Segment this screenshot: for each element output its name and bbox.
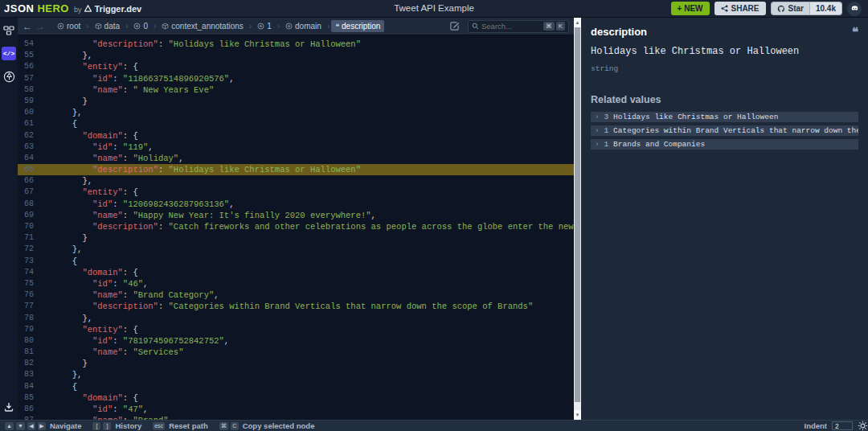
theme-toggle-icon[interactable]	[858, 421, 868, 431]
breadcrumb-item-data[interactable]: data	[91, 20, 124, 32]
related-value-row[interactable]: ›1Categories within Brand Verticals that…	[591, 125, 858, 136]
code-line[interactable]: 60},	[18, 107, 574, 118]
search-input[interactable]	[481, 22, 541, 31]
keyboard-key-badge: C	[231, 422, 239, 430]
github-star-widget[interactable]: Star 10.4k	[771, 2, 842, 15]
code-line[interactable]: 63"id": "119",	[18, 142, 574, 153]
code-content: "id": "1206982436287963136",	[42, 199, 574, 210]
code-line-selected[interactable]: 65"description": "Holidays like Christma…	[18, 164, 574, 175]
status-bar: ▲▼◀▶Navigate[]HistoryescReset path⌘CCopy…	[0, 420, 868, 431]
code-line[interactable]: 58"name": " New Years Eve"	[18, 84, 574, 96]
column-view-icon[interactable]	[2, 24, 15, 37]
code-line[interactable]: 75"id": "46",	[18, 278, 574, 289]
breadcrumb-item-domain[interactable]: domain	[281, 20, 326, 32]
breadcrumb-item-1[interactable]: 1	[253, 20, 276, 32]
code-line[interactable]: 67"entity": {	[18, 187, 574, 198]
related-count: 3	[604, 113, 608, 121]
breadcrumb-item-root[interactable]: root	[53, 20, 84, 32]
related-value-row[interactable]: ›1Brands and Companies	[591, 139, 858, 150]
new-button[interactable]: + NEW	[671, 2, 710, 15]
breadcrumb-item-description[interactable]: ❝description	[331, 20, 384, 32]
line-number: 66	[18, 175, 42, 187]
code-content: "description": "Categories within Brand …	[42, 301, 574, 312]
code-line[interactable]: 61{	[18, 118, 574, 129]
code-content: "entity": {	[42, 61, 574, 72]
line-number: 85	[18, 392, 42, 404]
code-line[interactable]: 76"name": "Brand Category",	[18, 289, 574, 301]
code-line[interactable]: 70"description": "Catch fireworks and ot…	[18, 221, 574, 232]
breadcrumb-item-context_annotations[interactable]: context_annotations	[158, 20, 248, 32]
code-line[interactable]: 56"entity": {	[18, 61, 574, 72]
code-content: "name": "Holiday",	[42, 153, 574, 164]
scrollbar-thumb[interactable]	[575, 27, 580, 402]
related-value-row[interactable]: ›3Holidays like Christmas or Halloween	[591, 112, 858, 122]
statusbar-label: Reset path	[169, 421, 208, 430]
code-content: "domain": {	[42, 392, 574, 404]
scroll-up-icon[interactable]: ▲	[574, 18, 581, 27]
code-line[interactable]: 54"description": "Holidays like Christma…	[18, 39, 574, 50]
code-line[interactable]: 64"name": "Holiday",	[18, 153, 574, 164]
github-star-count[interactable]: 10.4k	[809, 2, 841, 14]
statusbar-group-history: []History	[92, 421, 141, 430]
quote-icon: ❝	[335, 23, 339, 31]
breadcrumb-bar: ← → root›data›0›context_annotations›1›do…	[18, 18, 574, 35]
code-line[interactable]: 69"name": "Happy New Year: It's finally …	[18, 210, 574, 221]
inspector-panel: description ❝ Holidays like Christmas or…	[581, 18, 868, 420]
search-icon	[472, 23, 479, 30]
code-line[interactable]: 57"id": "1186637514896920576",	[18, 73, 574, 84]
code-line[interactable]: 72},	[18, 244, 574, 255]
scrollbar-track[interactable]	[574, 27, 581, 410]
code-line[interactable]: 62"domain": {	[18, 130, 574, 142]
code-content: "name": "Happy New Year: It's finally 20…	[42, 210, 574, 221]
code-line[interactable]: 59}	[18, 96, 574, 107]
line-number: 71	[18, 232, 42, 244]
breadcrumb-label: data	[104, 22, 120, 31]
scroll-down-icon[interactable]: ▼	[574, 410, 581, 420]
share-button[interactable]: SHARE	[714, 2, 766, 15]
back-icon[interactable]: ←	[23, 22, 32, 31]
line-number: 55	[18, 50, 42, 61]
code-content: }	[42, 358, 574, 369]
code-line[interactable]: 79"entity": {	[18, 324, 574, 335]
share-icon	[721, 5, 728, 12]
document-title[interactable]: Tweet API Example	[394, 3, 474, 13]
keyboard-key-badge: ◀	[27, 422, 35, 430]
inspector-title: description	[591, 26, 647, 38]
code-line[interactable]: 77"description": "Categories within Bran…	[18, 301, 574, 312]
code-content: "entity": {	[42, 324, 574, 335]
breadcrumb-item-0[interactable]: 0	[129, 20, 152, 32]
statusbar-label: Copy selected node	[243, 421, 315, 430]
app-logo[interactable]: JSONHERO by Trigger.dev	[0, 2, 141, 14]
tree-view-icon[interactable]	[2, 70, 15, 83]
code-line[interactable]: 85"domain": {	[18, 392, 574, 404]
code-line[interactable]: 84{	[18, 381, 574, 392]
download-icon[interactable]	[2, 400, 15, 413]
indent-input[interactable]	[832, 421, 853, 430]
code-line[interactable]: 74"domain": {	[18, 267, 574, 278]
code-line[interactable]: 71}	[18, 232, 574, 244]
code-content: },	[42, 107, 574, 118]
code-line[interactable]: 78},	[18, 313, 574, 324]
code-line[interactable]: 68"id": "1206982436287963136",	[18, 199, 574, 210]
code-content: "id": "47",	[42, 404, 574, 415]
search-box[interactable]: ⌘K	[468, 20, 569, 33]
code-line[interactable]: 55},	[18, 50, 574, 61]
discord-button[interactable]	[847, 2, 862, 16]
code-line[interactable]: 86"id": "47",	[18, 404, 574, 415]
code-line[interactable]: 73{	[18, 256, 574, 267]
line-number: 77	[18, 301, 42, 312]
json-view-icon[interactable]: </>	[2, 47, 16, 60]
edit-document-icon[interactable]	[449, 21, 460, 31]
code-line[interactable]: 83},	[18, 369, 574, 380]
code-line[interactable]: 80"id": "781974596752842752",	[18, 335, 574, 347]
github-star-button[interactable]: Star	[772, 2, 809, 14]
editor-scrollbar[interactable]: ▲ ▼	[574, 18, 581, 420]
code-line[interactable]: 82}	[18, 358, 574, 369]
code-line[interactable]: 81"name": "Services"	[18, 347, 574, 358]
forward-icon[interactable]: →	[35, 22, 45, 31]
code-content: "description": "Holidays like Christmas …	[42, 39, 574, 50]
code-line[interactable]: 66},	[18, 175, 574, 187]
line-number: 62	[18, 130, 42, 142]
trigger-link[interactable]: Trigger.dev	[84, 4, 141, 14]
line-number: 56	[18, 61, 42, 72]
